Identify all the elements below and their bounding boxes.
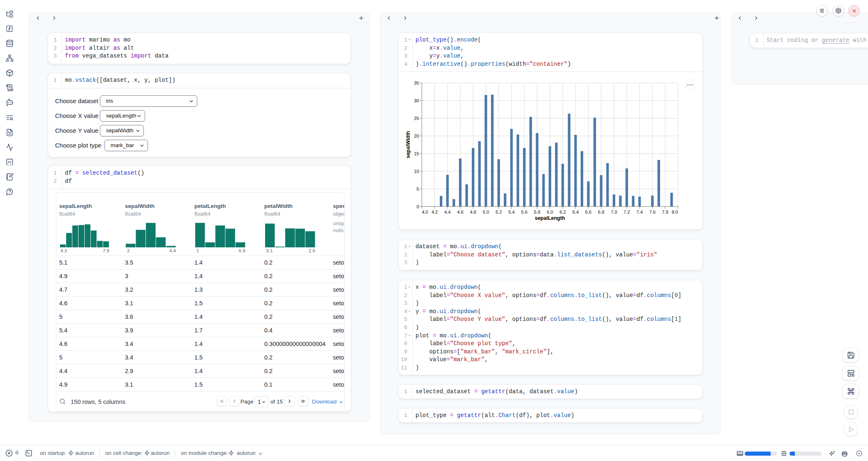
svg-text:35: 35 [414, 81, 419, 85]
svg-text:10: 10 [414, 169, 419, 174]
svg-text:5: 5 [416, 187, 419, 191]
svg-text:25: 25 [414, 116, 419, 121]
svg-text:0: 0 [416, 204, 419, 209]
svg-text:4.2: 4.2 [432, 210, 438, 214]
svg-text:6.8: 6.8 [598, 210, 604, 214]
svg-text:6.0: 6.0 [547, 210, 553, 214]
svg-text:5.4: 5.4 [508, 210, 515, 214]
svg-text:8.0: 8.0 [672, 210, 678, 214]
svg-text:7.2: 7.2 [623, 210, 630, 214]
svg-text:6.2: 6.2 [560, 210, 566, 214]
svg-text:sepalWidth: sepalWidth [405, 131, 411, 159]
svg-text:7.0: 7.0 [611, 210, 617, 214]
svg-text:20: 20 [414, 134, 419, 138]
svg-text:5.6: 5.6 [521, 210, 527, 214]
svg-text:5.8: 5.8 [534, 210, 540, 214]
svg-text:4.4: 4.4 [444, 210, 450, 214]
svg-text:15: 15 [414, 151, 419, 156]
svg-text:7.6: 7.6 [649, 210, 656, 214]
svg-text:7.4: 7.4 [637, 210, 643, 214]
svg-text:7.8: 7.8 [662, 210, 668, 214]
svg-text:30: 30 [414, 98, 419, 103]
svg-text:4.6: 4.6 [457, 210, 463, 214]
svg-text:6.6: 6.6 [585, 210, 591, 214]
svg-text:5.2: 5.2 [496, 210, 502, 214]
svg-text:6.4: 6.4 [573, 210, 579, 214]
svg-text:4.8: 4.8 [470, 210, 476, 214]
svg-text:4.0: 4.0 [422, 210, 428, 214]
svg-text:sepalLength: sepalLength [535, 215, 565, 221]
svg-text:5.0: 5.0 [483, 210, 489, 214]
